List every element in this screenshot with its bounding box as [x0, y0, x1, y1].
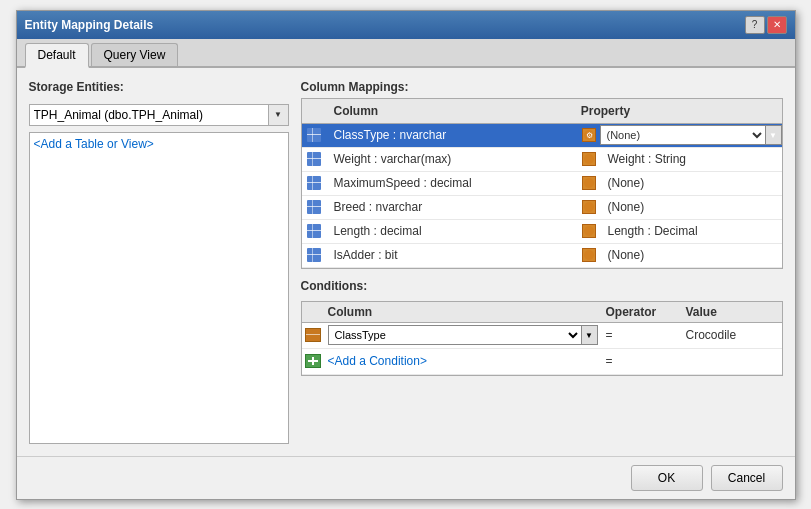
right-panel: Column Mappings: Column Property: [301, 80, 783, 444]
condition-icon: [305, 328, 321, 342]
row-icon-cell: [302, 174, 326, 192]
row-icon-cell: [302, 150, 326, 168]
column-mappings-header: Column Property: [302, 99, 782, 124]
tab-default[interactable]: Default: [25, 43, 89, 68]
storage-dropdown-arrow[interactable]: ▼: [269, 104, 289, 126]
table-icon: [307, 176, 321, 190]
svg-point-20: [584, 226, 594, 236]
cond-header-operator: Operator: [602, 305, 682, 319]
cond-header-value: Value: [682, 305, 782, 319]
table-icon: [307, 224, 321, 238]
table-row[interactable]: MaximumSpeed : decimal (None): [302, 172, 782, 196]
chevron-down-icon: ▼: [274, 110, 282, 119]
svg-rect-23: [312, 248, 313, 262]
row-icon-cell: [302, 222, 326, 240]
svg-rect-11: [312, 176, 313, 190]
column-mappings-section: Column Mappings: Column Property: [301, 80, 783, 269]
title-bar-buttons: ? ✕: [745, 16, 787, 34]
property-value: (None): [600, 246, 653, 264]
cond-add-text: <Add a Condition>: [324, 354, 602, 368]
property-icon: [582, 176, 596, 190]
svg-rect-18: [307, 230, 321, 231]
svg-rect-2: [312, 128, 313, 142]
cond-select-arrow[interactable]: ▼: [582, 325, 598, 345]
dialog-title: Entity Mapping Details: [25, 18, 154, 32]
property-icon: ⚙: [582, 128, 596, 142]
svg-text:⚙: ⚙: [585, 131, 592, 140]
property-icon: [582, 200, 596, 214]
table-icon: [307, 248, 321, 262]
row-property-cell: ⚙ (None) ▼: [582, 125, 782, 145]
row-column-cell: ClassType : nvarchar: [326, 126, 582, 144]
svg-rect-7: [312, 152, 313, 166]
svg-rect-10: [307, 182, 321, 183]
svg-rect-19: [312, 224, 313, 238]
svg-point-24: [584, 250, 594, 260]
table-row[interactable]: ClassType : nvarchar ⚙ (None) ▼: [302, 124, 782, 148]
row-column-cell: Breed : nvarchar: [326, 198, 582, 216]
svg-point-16: [584, 202, 594, 212]
property-select-container: (None) ▼: [600, 125, 782, 145]
cond-header-icon: [302, 305, 324, 319]
property-select[interactable]: (None): [600, 125, 766, 145]
close-button[interactable]: ✕: [767, 16, 787, 34]
conditions-header: Column Operator Value: [302, 302, 782, 323]
property-select-arrow[interactable]: ▼: [766, 125, 782, 145]
table-icon: [307, 200, 321, 214]
row-property-cell: Weight : String: [582, 150, 782, 168]
tab-query-view[interactable]: Query View: [91, 43, 179, 66]
table-row[interactable]: Weight : varchar(max) Weight : String: [302, 148, 782, 172]
condition-add-row[interactable]: <Add a Condition> =: [302, 349, 782, 375]
storage-dropdown-row: TPH_Animal (dbo.TPH_Animal) ▼: [29, 104, 289, 126]
ok-button[interactable]: OK: [631, 465, 703, 491]
row-icon-cell: [302, 126, 326, 144]
table-row[interactable]: Length : decimal Length : Decimal: [302, 220, 782, 244]
chevron-down-icon: ▼: [585, 331, 593, 340]
storage-entities-select[interactable]: TPH_Animal (dbo.TPH_Animal): [29, 104, 269, 126]
svg-point-12: [584, 178, 594, 188]
condition-column-select[interactable]: ClassType: [328, 325, 582, 345]
row-property-cell: (None): [582, 246, 782, 264]
row-property-cell: (None): [582, 174, 782, 192]
cond-operator-cell: =: [602, 328, 682, 342]
svg-point-8: [584, 154, 594, 164]
property-icon: [582, 224, 596, 238]
conditions-label: Conditions:: [301, 279, 783, 293]
table-icon: [307, 128, 321, 142]
table-icon: [307, 152, 321, 166]
row-column-cell: Weight : varchar(max): [326, 150, 582, 168]
svg-rect-6: [307, 158, 321, 159]
cond-icon-cell: [302, 354, 324, 368]
add-condition-icon: [305, 354, 321, 368]
dialog-footer: OK Cancel: [17, 456, 795, 499]
condition-row[interactable]: ClassType ▼ = Crocodile: [302, 323, 782, 349]
column-mappings-table: Column Property ClassType : nvarchar: [301, 98, 783, 269]
cond-add-operator: =: [602, 354, 682, 368]
property-value: Weight : String: [600, 150, 694, 168]
property-value: Length : Decimal: [600, 222, 706, 240]
title-bar: Entity Mapping Details ? ✕: [17, 11, 795, 39]
row-property-cell: (None): [582, 198, 782, 216]
left-panel: Storage Entities: TPH_Animal (dbo.TPH_An…: [29, 80, 289, 444]
svg-rect-29: [308, 360, 318, 362]
storage-list: <Add a Table or View>: [29, 132, 289, 444]
conditions-table: Column Operator Value: [301, 301, 783, 376]
table-row[interactable]: IsAdder : bit (None): [302, 244, 782, 268]
help-button[interactable]: ?: [745, 16, 765, 34]
conditions-section: Conditions: Column Operator Value: [301, 279, 783, 376]
row-property-cell: Length : Decimal: [582, 222, 782, 240]
svg-rect-1: [307, 134, 321, 135]
storage-entities-label: Storage Entities:: [29, 80, 289, 94]
cancel-button[interactable]: Cancel: [711, 465, 783, 491]
svg-rect-14: [307, 206, 321, 207]
column-mappings-label: Column Mappings:: [301, 80, 783, 94]
row-column-cell: MaximumSpeed : decimal: [326, 174, 582, 192]
col-header-column: Column: [326, 102, 573, 120]
table-row[interactable]: Breed : nvarchar (None): [302, 196, 782, 220]
property-icon: [582, 248, 596, 262]
property-icon: [582, 152, 596, 166]
row-column-cell: Length : decimal: [326, 222, 582, 240]
row-icon-cell: [302, 246, 326, 264]
add-table-view-text[interactable]: <Add a Table or View>: [34, 137, 154, 151]
main-content: Storage Entities: TPH_Animal (dbo.TPH_An…: [17, 68, 795, 456]
